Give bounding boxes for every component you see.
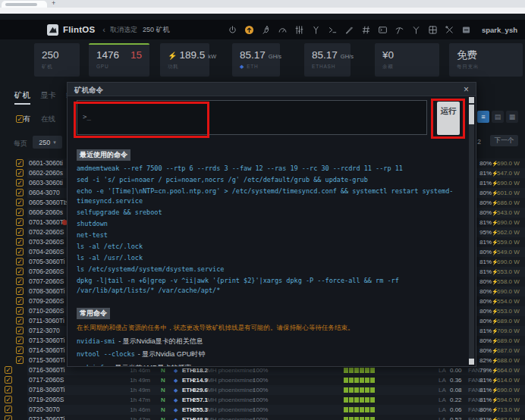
- terminal-icon[interactable]: [328, 25, 338, 35]
- worker-name-link[interactable]: 0719-2060S: [29, 395, 64, 405]
- power-icon[interactable]: [228, 25, 237, 35]
- row-checkbox[interactable]: [16, 327, 24, 334]
- row-checkbox[interactable]: [16, 199, 24, 206]
- recent-command[interactable]: ls -al /usr/.lock: [77, 253, 462, 263]
- row-checkbox[interactable]: [16, 179, 24, 186]
- worker-name-link[interactable]: 0706-2060S: [29, 267, 64, 277]
- worker-name-link[interactable]: 0718-3060Ti: [29, 385, 64, 395]
- per-page-select[interactable]: 250 ▾: [33, 136, 62, 149]
- back-chevron-icon[interactable]: ‹: [102, 25, 105, 34]
- pickaxe-icon[interactable]: [395, 25, 404, 35]
- row-checkbox[interactable]: [16, 297, 24, 305]
- upgrade-icon[interactable]: [244, 25, 254, 35]
- worker-name-link[interactable]: 0605-3060TI: [29, 198, 65, 208]
- worker-name-link[interactable]: 0711-3060Ti: [29, 316, 64, 326]
- next-page-button[interactable]: 下一个: [490, 135, 518, 146]
- brush-icon[interactable]: [344, 25, 354, 35]
- row-checkbox[interactable]: [16, 268, 24, 275]
- row-checkbox[interactable]: [16, 337, 24, 344]
- console-icon[interactable]: [378, 25, 388, 35]
- recent-command[interactable]: ls /etc/systemd/system/dsystem.service: [77, 265, 462, 274]
- recent-command[interactable]: ls -al /etc/.lock: [77, 242, 462, 252]
- row-checkbox[interactable]: [16, 238, 24, 246]
- scroll-down-button[interactable]: [469, 359, 474, 365]
- row-checkbox[interactable]: [16, 277, 24, 285]
- row-checkbox[interactable]: [16, 189, 24, 196]
- common-command[interactable]: nvtool --clocks: [77, 350, 135, 358]
- worker-name-link[interactable]: 0704-2060S: [29, 247, 64, 257]
- recent-command[interactable]: dpkg -l|tail -n +6|grep -v ^ii|awk '{pri…: [77, 276, 462, 296]
- row-checkbox[interactable]: [16, 287, 24, 295]
- list-view-icon[interactable]: ≡: [477, 111, 489, 123]
- filter-checkbox-all[interactable]: [16, 115, 24, 123]
- worker-name-link[interactable]: 0701-3060Ti: [29, 218, 64, 227]
- worker-name-link[interactable]: 0709-2060S: [29, 296, 64, 306]
- rocket-icon[interactable]: [261, 25, 271, 35]
- row-checkbox[interactable]: [16, 307, 24, 315]
- worker-name-link[interactable]: 0601-3060ti: [29, 158, 63, 168]
- grid-view-icon[interactable]: ▦: [506, 111, 518, 123]
- worker-name-link[interactable]: 0710-2060S: [29, 306, 64, 316]
- row-checkbox[interactable]: [5, 376, 12, 384]
- worker-name-link[interactable]: 0708-3060Ti: [29, 287, 64, 296]
- worker-name-link[interactable]: 0716-3060Ti: [29, 365, 64, 375]
- recent-command[interactable]: selfupgrade && sreboot: [77, 208, 462, 218]
- row-checkbox[interactable]: [5, 406, 12, 413]
- recent-command[interactable]: net-test: [77, 230, 462, 240]
- close-icon[interactable]: ×: [464, 84, 469, 95]
- tab-显卡[interactable]: 显卡: [40, 90, 56, 105]
- modal-scrollbar[interactable]: [469, 97, 474, 365]
- row-checkbox[interactable]: [16, 218, 24, 226]
- gauge-icon[interactable]: [278, 25, 288, 35]
- recent-command[interactable]: sed -i 's/ pci=noaer / pci=noaer,nocrs /…: [77, 175, 462, 185]
- recent-command[interactable]: echo -e '[Time]\nNTP=cn.pool.ntp.org' > …: [77, 186, 462, 206]
- row-checkbox[interactable]: [5, 396, 12, 403]
- row-checkbox[interactable]: [16, 228, 24, 236]
- detail-view-icon[interactable]: ▤: [492, 111, 504, 123]
- antenna-icon[interactable]: [411, 25, 421, 35]
- worker-name-link[interactable]: 0714-3060Ti: [29, 346, 64, 356]
- flintos-logo-icon[interactable]: [47, 24, 58, 36]
- worker-name-link[interactable]: 0702-2060S: [29, 227, 64, 237]
- recent-command[interactable]: shutdown: [77, 219, 462, 229]
- common-command[interactable]: amd-info: [77, 364, 108, 368]
- worker-name-link[interactable]: 0703-2060S: [29, 237, 64, 247]
- row-checkbox[interactable]: [16, 346, 24, 354]
- common-command[interactable]: nvidia-smi: [77, 337, 115, 345]
- row-checkbox[interactable]: [16, 208, 24, 216]
- filter-online[interactable]: 在线: [41, 114, 55, 124]
- tools-icon[interactable]: [445, 25, 454, 35]
- worker-name-link[interactable]: 0721-3060Ti: [29, 415, 64, 420]
- recent-command[interactable]: amdmemtweak --ref 7500 --rtp 6 --rrds 3 …: [77, 164, 462, 174]
- hash-icon[interactable]: [361, 25, 371, 35]
- row-checkbox[interactable]: [16, 159, 24, 167]
- worker-name-link[interactable]: 0717-2060S: [29, 375, 64, 385]
- grid-icon[interactable]: [428, 25, 438, 35]
- row-checkbox[interactable]: [16, 248, 24, 255]
- user-menu[interactable]: spark_ysh: [482, 26, 517, 34]
- row-checkbox[interactable]: [16, 169, 24, 177]
- deselect-link[interactable]: 取消选定: [110, 25, 137, 35]
- worker-name-link[interactable]: 0707-2060S: [29, 277, 64, 287]
- worker-name-link[interactable]: 0603-3060ti: [29, 178, 63, 188]
- row-checkbox[interactable]: [5, 415, 12, 420]
- worker-name-link[interactable]: 0712-3070: [29, 326, 60, 336]
- row-checkbox[interactable]: [5, 366, 12, 374]
- brand-title[interactable]: FlintOS: [63, 25, 95, 34]
- new-tab-button[interactable]: +: [52, 0, 55, 7]
- row-checkbox[interactable]: [16, 317, 24, 324]
- worker-name-link[interactable]: 0720-3070: [29, 405, 60, 415]
- minus-square-icon[interactable]: [461, 25, 471, 35]
- worker-name-link[interactable]: 0715-3060Ti: [29, 356, 64, 365]
- row-checkbox[interactable]: [5, 386, 12, 393]
- scrollbar-thumb[interactable]: [469, 105, 474, 124]
- worker-name-link[interactable]: 0713-3060Ti: [29, 336, 64, 346]
- row-checkbox[interactable]: [16, 258, 24, 265]
- worker-name-link[interactable]: 0705-3060Ti: [29, 257, 64, 267]
- row-checkbox[interactable]: [16, 356, 24, 364]
- worker-name-link[interactable]: 0606-2060s: [29, 208, 63, 218]
- browser-tab[interactable]: [2, 1, 47, 8]
- page-number[interactable]: 2: [477, 138, 481, 146]
- worker-name-link[interactable]: 0604-3070: [29, 188, 60, 198]
- scroll-up-button[interactable]: [469, 97, 474, 103]
